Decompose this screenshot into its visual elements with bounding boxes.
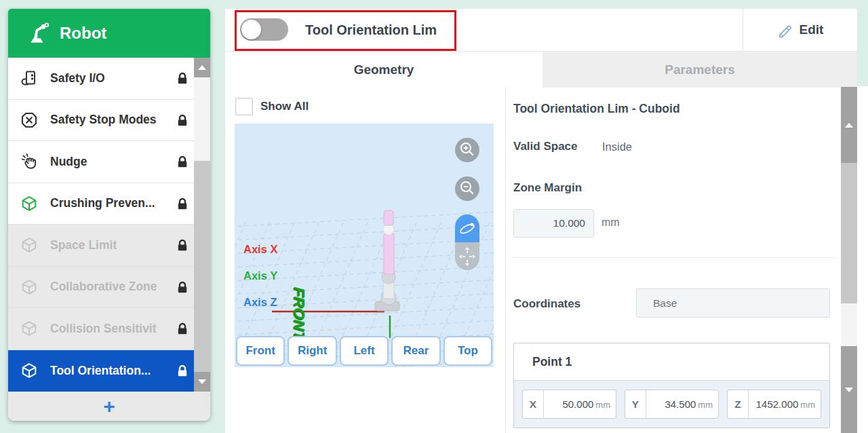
sidebar-item-safety-stop-modes[interactable]: Safety Stop Modes [8,100,210,142]
zoom-in-button[interactable] [455,138,479,162]
x-axis-label: X [523,390,544,418]
sidebar-item-tool-orientation[interactable]: Tool Orientation... [8,350,210,392]
lock-icon [175,238,190,252]
sidebar-item-safety-io[interactable]: Safety I/O [8,58,210,100]
z-axis-label: Z [728,390,749,418]
edit-label: Edit [800,22,824,37]
lock-icon [175,113,190,128]
sidebar-item-label: Collaborative Zone [50,280,175,294]
zoom-out-button[interactable] [455,176,479,201]
lock-icon [175,280,190,295]
sidebar-item-label: Crushing Preven... [50,196,175,210]
app-title: Robot [60,24,106,43]
tool-orientation-toggle[interactable] [240,18,288,41]
axis-x-label: Axis X [243,243,277,256]
cube-icon [20,195,38,212]
main-panel: Tool Orientation Lim Edit Geometry Param… [225,9,868,433]
rotate-view-button[interactable] [455,214,479,242]
show-all-label: Show All [260,100,309,113]
background-notch [857,9,868,86]
sidebar-header: Robot [8,9,210,58]
sidebar-item-crushing-prevention[interactable]: Crushing Preven... [8,183,210,225]
scroll-down-button[interactable] [194,372,210,392]
tab-geometry[interactable]: Geometry [225,52,542,88]
pan-view-button[interactable] [455,242,479,270]
orbit-icon [455,214,479,242]
sidebar-list: Safety I/O Safety Stop Modes Nudge [8,58,210,392]
view-buttons-row: Front Right Left Rear Top [236,336,492,366]
zone-margin-input[interactable]: 10.000 [513,209,594,238]
sidebar-item-label: Safety Stop Modes [50,113,175,127]
geometry-content: Show All [225,87,868,433]
sidebar-item-collaborative-zone[interactable]: Collaborative Zone [8,267,210,309]
lock-icon [175,154,190,169]
tab-parameters[interactable]: Parameters [542,52,857,88]
add-zone-button[interactable]: + [8,392,210,421]
sidebar-scrollbar [194,58,210,392]
toggle-knob [241,20,261,39]
coordinates-select[interactable]: Base [636,288,830,318]
z-unit: mm [798,398,821,410]
view-front-button[interactable]: Front [236,336,285,366]
triangle-down-icon [845,388,853,392]
triangle-up-icon [845,123,853,128]
front-floor-label: FRONT [290,285,308,343]
scrollbar-thumb[interactable] [194,161,210,372]
details-scrollbar [841,87,857,433]
x-value: 50.000 [544,398,593,410]
cube-icon [20,362,38,379]
scroll-down-button[interactable] [841,346,857,433]
point-z-field[interactable]: Z 1452.000 mm [727,390,821,419]
magnifier-minus-icon [455,176,479,201]
lock-icon [175,196,190,211]
lock-icon [175,71,190,86]
y-unit: mm [696,398,718,410]
pan-arrows-icon [455,242,479,270]
x-unit: mm [593,398,616,410]
zone-margin-unit: mm [601,216,620,229]
lock-icon [175,363,190,378]
point-x-field[interactable]: X 50.000 mm [522,390,616,419]
robot-arm-icon [24,22,50,45]
show-all-checkbox[interactable] [235,98,253,115]
sidebar-item-collision-sensitivity[interactable]: Collision Sensitivit [8,308,210,350]
point-title: Point 1 [514,343,829,381]
robot-3d-viewport[interactable]: FRONT Axis X Axis Y Axis Z [235,124,494,367]
axis-y-label: Axis Y [243,269,277,282]
cube-icon [20,278,38,296]
robot-sidebar: Robot Safety I/O Safety Stop Modes [8,9,210,421]
view-rear-button[interactable]: Rear [391,336,440,366]
y-value: 34.500 [646,398,696,410]
point-y-field[interactable]: Y 34.500 mm [625,390,719,419]
scrollbar-thumb[interactable] [841,163,857,303]
sidebar-item-space-limit[interactable]: Space Limit [8,225,210,267]
zone-title: Tool Orientation Lim - Cuboid [513,102,680,116]
view-right-button[interactable]: Right [288,336,336,366]
axis-z-label: Axis Z [243,296,277,309]
y-axis-label: Y [625,390,646,418]
plus-icon: + [103,395,115,418]
valid-space-value: Inside [602,140,632,153]
coordinates-label: Coordinates [513,297,580,311]
camera-control-pill [455,214,479,270]
sidebar-item-nudge[interactable]: Nudge [8,141,210,183]
point-1-card: Point 1 X 50.000 mm Y 34.500 mm Z 1452.0 [513,343,830,428]
zone-margin-label: Zone Margin [513,181,582,195]
cube-icon [20,320,38,337]
sidebar-item-label: Tool Orientation... [50,364,175,378]
sidebar-item-label: Collision Sensitivit [50,322,175,336]
pencil-icon [776,22,793,38]
scroll-up-button[interactable] [841,87,857,163]
cube-icon [20,236,38,254]
zone-details-panel: Tool Orientation Lim - Cuboid Valid Spac… [506,87,868,433]
edit-button[interactable]: Edit [743,9,857,51]
magnifier-plus-icon [455,138,479,162]
lock-icon [175,321,190,336]
point-fields: X 50.000 mm Y 34.500 mm Z 1452.000 mm [514,381,829,428]
toggle-label: Tool Orientation Lim [305,9,437,51]
view-top-button[interactable]: Top [443,336,492,366]
sidebar-item-label: Space Limit [50,238,175,252]
scroll-up-button[interactable] [194,58,210,77]
z-value: 1452.000 [749,398,798,410]
view-left-button[interactable]: Left [340,336,389,366]
